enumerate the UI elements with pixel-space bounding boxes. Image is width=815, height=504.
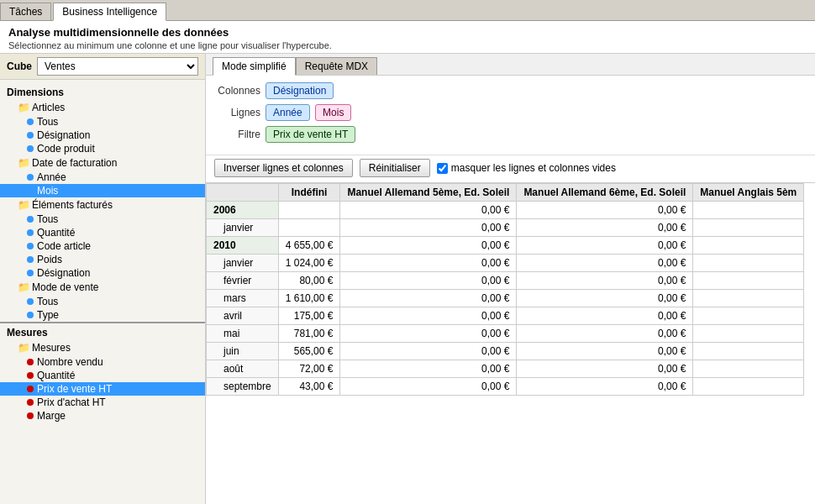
dot-icon-blue: [27, 270, 34, 276]
tree-node-elements-poids[interactable]: Poids: [0, 253, 205, 266]
table-row: août 72,00 € 0,00 € 0,00 €: [207, 360, 804, 378]
lignes-tags: Année Mois: [266, 104, 354, 121]
cell: 0,00 €: [340, 272, 517, 290]
lignes-tag-annee[interactable]: Année: [266, 104, 310, 121]
cell: [693, 237, 804, 255]
masquer-label[interactable]: masquer les lignes et colonnes vides: [437, 162, 616, 174]
tree-node-mode[interactable]: 📁 Mode de vente: [0, 280, 205, 295]
tree-node-elements-tous[interactable]: Tous: [0, 213, 205, 226]
tree-node-date-annee[interactable]: Année: [0, 171, 205, 184]
cell: 0,00 €: [517, 255, 693, 272]
table-row: avril 175,00 € 0,00 € 0,00 €: [207, 307, 804, 325]
tree-node-mode-type[interactable]: Type: [0, 308, 205, 322]
filtre-tag-prix[interactable]: Prix de vente HT: [266, 126, 355, 143]
cell: 0,00 €: [340, 307, 517, 325]
tree-label: Code produit: [37, 143, 95, 155]
dot-icon-red: [27, 386, 34, 392]
tree-node-articles-designation[interactable]: Désignation: [0, 129, 205, 142]
tree-node-elements[interactable]: 📁 Éléments facturés: [0, 197, 205, 213]
cell: 72,00 €: [278, 360, 340, 378]
tab-mode-simplifie[interactable]: Mode simplifié: [213, 57, 296, 76]
lignes-tag-mois[interactable]: Mois: [315, 104, 351, 121]
dot-icon-red: [27, 399, 34, 406]
col-header-manuel-all5: Manuel Allemand 5ème, Ed. Soleil: [340, 184, 517, 202]
mode-tabs: Mode simplifié Requête MDX: [206, 54, 815, 76]
tree-label: Désignation: [37, 129, 90, 141]
cell: 80,00 €: [278, 272, 340, 290]
dot-icon-red: [27, 412, 34, 419]
cell: 781,00 €: [278, 325, 340, 343]
tab-business-intelligence[interactable]: Business Intelligence: [53, 3, 166, 21]
month-cell: mars: [207, 290, 279, 307]
tree-node-date[interactable]: 📁 Date de facturation: [0, 155, 205, 171]
tree-node-mode-tous[interactable]: Tous: [0, 295, 205, 308]
colonnes-label: Colonnes: [214, 85, 260, 97]
tree-label: Prix de vente HT: [37, 383, 112, 395]
data-table-container[interactable]: Indéfini Manuel Allemand 5ème, Ed. Solei…: [206, 183, 815, 504]
filtre-tags: Prix de vente HT: [266, 126, 358, 143]
reinitialiser-button[interactable]: Réinitialiser: [360, 159, 430, 177]
dot-icon-blue: [27, 145, 34, 152]
cell: [693, 325, 804, 343]
folder-icon: 📁: [17, 281, 30, 294]
tree-label: Quantité: [37, 227, 75, 239]
tree-label: Année: [37, 171, 66, 183]
cube-label: Cube: [7, 60, 32, 72]
tab-taches[interactable]: Tâches: [0, 3, 51, 20]
table-row: janvier 0,00 € 0,00 €: [207, 219, 804, 237]
colonnes-row: Colonnes Désignation: [214, 82, 807, 99]
tree-label: Tous: [37, 213, 58, 225]
dot-icon-red: [27, 372, 34, 379]
colonnes-tags: Désignation: [266, 82, 336, 99]
cell: 0,00 €: [340, 219, 517, 237]
folder-icon: 📁: [17, 341, 30, 354]
tree-node-prix-vente[interactable]: Prix de vente HT: [0, 382, 205, 396]
colonnes-tag-designation[interactable]: Désignation: [266, 82, 334, 99]
year-cell-2010: 2010: [207, 237, 279, 255]
cell: [693, 255, 804, 272]
month-cell: janvier: [207, 219, 279, 237]
tree-label: Désignation: [37, 267, 90, 279]
dot-icon-blue: [27, 229, 34, 236]
tree-node-articles-code[interactable]: Code produit: [0, 142, 205, 155]
tree-node-prix-achat[interactable]: Prix d'achat HT: [0, 396, 205, 409]
masquer-checkbox[interactable]: [437, 163, 448, 174]
tree-node-articles[interactable]: 📁 Articles: [0, 100, 205, 115]
tree-node-marge[interactable]: Marge: [0, 409, 205, 423]
inverser-button[interactable]: Inverser lignes et colonnes: [214, 159, 353, 177]
tree-node-mesures[interactable]: 📁 Mesures: [0, 340, 205, 355]
tree-label: Quantité: [37, 370, 75, 381]
tree-node-date-mois[interactable]: Mois: [0, 184, 205, 197]
tree-node-elements-code[interactable]: Code article: [0, 239, 205, 253]
cell: 0,00 €: [517, 325, 693, 343]
filtre-label: Filtre: [214, 129, 260, 140]
tree-label: Poids: [37, 254, 62, 265]
left-panel: Cube Ventes Dimensions 📁 Articles Tous: [0, 54, 206, 504]
buttons-row: Inverser lignes et colonnes Réinitialise…: [206, 155, 815, 183]
tree-node-articles-tous[interactable]: Tous: [0, 115, 205, 129]
table-row: 2010 4 655,00 € 0,00 € 0,00 €: [207, 237, 804, 255]
cell: 0,00 €: [517, 219, 693, 237]
config-area: Colonnes Désignation Lignes Année Mois F…: [206, 76, 815, 155]
col-header-manuel-all6: Manuel Allemand 6ème, Ed. Soleil: [517, 184, 693, 202]
dimensions-header: Dimensions: [0, 83, 205, 100]
tab-requete-mdx[interactable]: Requête MDX: [296, 57, 377, 75]
tree-label: Code article: [37, 240, 91, 252]
cell: 4 655,00 €: [278, 237, 340, 255]
masquer-text: masquer les lignes et colonnes vides: [451, 162, 616, 174]
page-subtitle: Sélectionnez au minimum une colonne et u…: [8, 40, 807, 50]
tree-node-elements-designation[interactable]: Désignation: [0, 266, 205, 280]
tree-label-mesures: Mesures: [32, 342, 71, 354]
table-row: février 80,00 € 0,00 € 0,00 €: [207, 272, 804, 290]
cube-select[interactable]: Ventes: [37, 57, 198, 76]
cell: [693, 307, 804, 325]
tree-node-quantite[interactable]: Quantité: [0, 369, 205, 382]
tree-node-elements-quantite[interactable]: Quantité: [0, 226, 205, 239]
dot-icon-blue: [27, 187, 34, 194]
cell: [693, 343, 804, 360]
dot-icon-blue: [27, 243, 34, 249]
measures-header: Mesures: [0, 323, 205, 340]
dot-icon-blue: [27, 298, 34, 305]
col-header-indefini: Indéfini: [278, 184, 340, 202]
tree-node-nombre-vendu[interactable]: Nombre vendu: [0, 355, 205, 369]
